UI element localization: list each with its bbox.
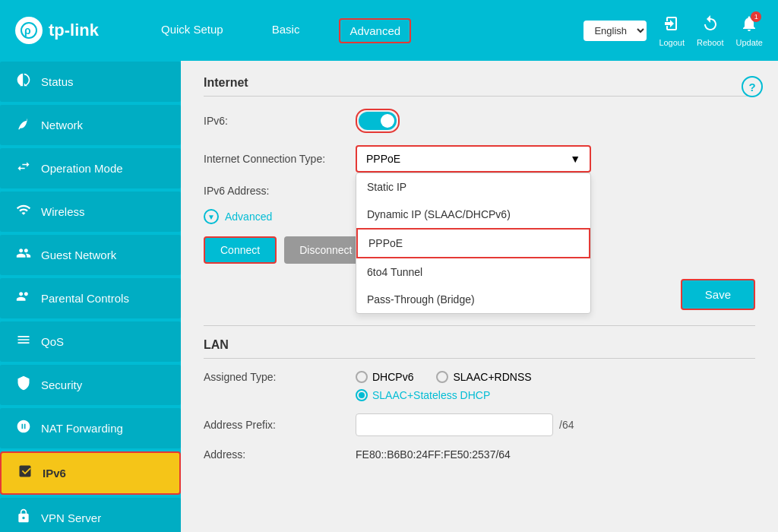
address-prefix-row: Address Prefix: /64 bbox=[204, 413, 755, 436]
sidebar-label-operation-mode: Operation Mode bbox=[41, 162, 123, 175]
sidebar-label-wireless: Wireless bbox=[41, 205, 85, 218]
update-button[interactable]: 1 Update bbox=[736, 14, 763, 47]
sidebar-item-network[interactable]: Network bbox=[0, 105, 181, 145]
ipv6-toggle[interactable] bbox=[359, 112, 397, 130]
address-prefix-label: Address Prefix: bbox=[204, 419, 356, 431]
sidebar-item-vpn-server[interactable]: VPN Server bbox=[0, 498, 181, 532]
sidebar-label-nat-forwarding: NAT Forwarding bbox=[41, 422, 123, 435]
advanced-label: Advanced bbox=[225, 211, 272, 223]
sidebar-item-parental-controls[interactable]: Parental Controls bbox=[0, 278, 181, 318]
connection-type-dropdown-menu: Static IP Dynamic IP (SLAAC/DHCPv6) PPPo… bbox=[356, 173, 591, 314]
radio-dot-slaac-rdnss bbox=[436, 371, 448, 383]
help-icon[interactable]: ? bbox=[742, 76, 763, 97]
connection-type-label: Internet Connection Type: bbox=[204, 153, 356, 165]
sidebar-label-security: Security bbox=[41, 378, 82, 391]
sidebar-label-status: Status bbox=[41, 75, 74, 88]
connect-button[interactable]: Connect bbox=[204, 236, 277, 264]
assigned-type-row: Assigned Type: DHCPv6 SLAAC+RDNSS bbox=[204, 371, 755, 383]
connection-type-row: Internet Connection Type: PPPoE ▼ Static… bbox=[204, 145, 755, 173]
nav-basic[interactable]: Basic bbox=[263, 18, 309, 43]
address-prefix-suffix: /64 bbox=[559, 419, 574, 431]
dropdown-arrow-icon: ▼ bbox=[570, 153, 580, 165]
language-select[interactable]: English bbox=[584, 21, 647, 41]
logout-icon bbox=[663, 14, 681, 36]
nav-quick-setup[interactable]: Quick Setup bbox=[152, 18, 232, 43]
ipv6-address-label: IPv6 Address: bbox=[204, 185, 356, 197]
sidebar-label-guest-network: Guest Network bbox=[41, 249, 116, 261]
qos-icon bbox=[15, 332, 32, 351]
dropdown-option-dynamic-ip[interactable]: Dynamic IP (SLAAC/DHCPv6) bbox=[356, 201, 590, 228]
logo-icon: ρ bbox=[15, 17, 43, 44]
assigned-type-label: Assigned Type: bbox=[204, 371, 356, 383]
radio-slaac-stateless[interactable]: SLAAC+Stateless DHCP bbox=[356, 389, 490, 401]
dropdown-option-pass-through[interactable]: Pass-Through (Bridge) bbox=[356, 286, 590, 313]
main-layout: Status Network Operation Mode Wireless G… bbox=[0, 61, 778, 532]
radio-slaac-rdnss[interactable]: SLAAC+RDNSS bbox=[436, 371, 531, 383]
radio-dot-dhcpv6 bbox=[356, 371, 368, 383]
content-area: ? Internet IPv6: Internet Connection Typ… bbox=[181, 61, 778, 532]
section-divider bbox=[204, 325, 755, 326]
guest-network-icon bbox=[15, 245, 32, 264]
save-button[interactable]: Save bbox=[681, 279, 755, 310]
update-label: Update bbox=[736, 38, 763, 47]
update-badge-count: 1 bbox=[751, 11, 761, 22]
update-icon: 1 bbox=[740, 14, 758, 36]
security-icon bbox=[15, 375, 32, 394]
status-icon bbox=[15, 72, 32, 91]
parental-controls-icon bbox=[15, 289, 32, 308]
operation-mode-icon bbox=[15, 159, 32, 178]
slaac-stateless-row: SLAAC+Stateless DHCP bbox=[356, 389, 755, 401]
vpn-server-icon bbox=[15, 508, 32, 527]
sidebar: Status Network Operation Mode Wireless G… bbox=[0, 61, 181, 532]
advanced-chevron-icon: ▼ bbox=[204, 209, 219, 224]
section-internet-title: Internet bbox=[204, 76, 755, 97]
nav-advanced[interactable]: Advanced bbox=[339, 18, 411, 43]
wireless-icon bbox=[15, 202, 32, 221]
ipv6-toggle-wrapper[interactable] bbox=[356, 109, 400, 133]
address-value: FE80::B6B0:24FF:FE50:2537/64 bbox=[356, 448, 511, 461]
ipv6-icon bbox=[17, 464, 33, 483]
dropdown-option-pppoe[interactable]: PPPoE bbox=[356, 228, 590, 258]
svg-text:ρ: ρ bbox=[24, 24, 31, 36]
sidebar-item-wireless[interactable]: Wireless bbox=[0, 192, 181, 232]
reboot-label: Reboot bbox=[697, 38, 723, 47]
reboot-icon bbox=[701, 14, 719, 36]
radio-label-dhcpv6: DHCPv6 bbox=[372, 371, 413, 383]
logo: ρ tp-link bbox=[15, 17, 122, 44]
sidebar-label-qos: QoS bbox=[41, 335, 64, 348]
sidebar-label-network: Network bbox=[41, 119, 83, 131]
connection-type-value: PPPoE bbox=[366, 153, 400, 165]
nav-links: Quick Setup Basic Advanced bbox=[152, 18, 553, 43]
section-lan-title: LAN bbox=[204, 338, 755, 359]
network-icon bbox=[15, 116, 32, 135]
sidebar-item-security[interactable]: Security bbox=[0, 365, 181, 405]
sidebar-label-vpn-server: VPN Server bbox=[41, 511, 101, 524]
reboot-button[interactable]: Reboot bbox=[697, 14, 723, 47]
sidebar-label-parental-controls: Parental Controls bbox=[41, 292, 129, 305]
sidebar-item-ipv6[interactable]: IPv6 bbox=[0, 451, 181, 495]
dropdown-option-static-ip[interactable]: Static IP bbox=[356, 173, 590, 201]
logout-button[interactable]: Logout bbox=[659, 14, 685, 47]
radio-dot-slaac-stateless bbox=[356, 389, 368, 401]
address-row: Address: FE80::B6B0:24FF:FE50:2537/64 bbox=[204, 448, 755, 461]
radio-label-slaac-rdnss: SLAAC+RDNSS bbox=[453, 371, 531, 383]
dropdown-option-6to4[interactable]: 6to4 Tunnel bbox=[356, 258, 590, 286]
sidebar-label-ipv6: IPv6 bbox=[43, 467, 66, 480]
connection-type-dropdown-wrapper: PPPoE ▼ Static IP Dynamic IP (SLAAC/DHCP… bbox=[356, 145, 591, 173]
sidebar-item-operation-mode[interactable]: Operation Mode bbox=[0, 148, 181, 188]
sidebar-item-status[interactable]: Status bbox=[0, 62, 181, 102]
connection-type-select[interactable]: PPPoE ▼ bbox=[356, 145, 591, 173]
logo-text: tp-link bbox=[49, 21, 99, 40]
radio-label-slaac-stateless: SLAAC+Stateless DHCP bbox=[372, 389, 490, 401]
address-prefix-input[interactable] bbox=[356, 413, 553, 436]
sidebar-item-guest-network[interactable]: Guest Network bbox=[0, 235, 181, 275]
logout-label: Logout bbox=[659, 38, 685, 47]
sidebar-item-nat-forwarding[interactable]: NAT Forwarding bbox=[0, 408, 181, 448]
radio-dhcpv6[interactable]: DHCPv6 bbox=[356, 371, 413, 383]
topbar: ρ tp-link Quick Setup Basic Advanced Eng… bbox=[0, 0, 778, 61]
ipv6-toggle-row: IPv6: bbox=[204, 109, 755, 133]
ipv6-label: IPv6: bbox=[204, 115, 356, 127]
sidebar-item-qos[interactable]: QoS bbox=[0, 321, 181, 362]
address-label: Address: bbox=[204, 448, 356, 461]
nat-forwarding-icon bbox=[15, 419, 32, 438]
